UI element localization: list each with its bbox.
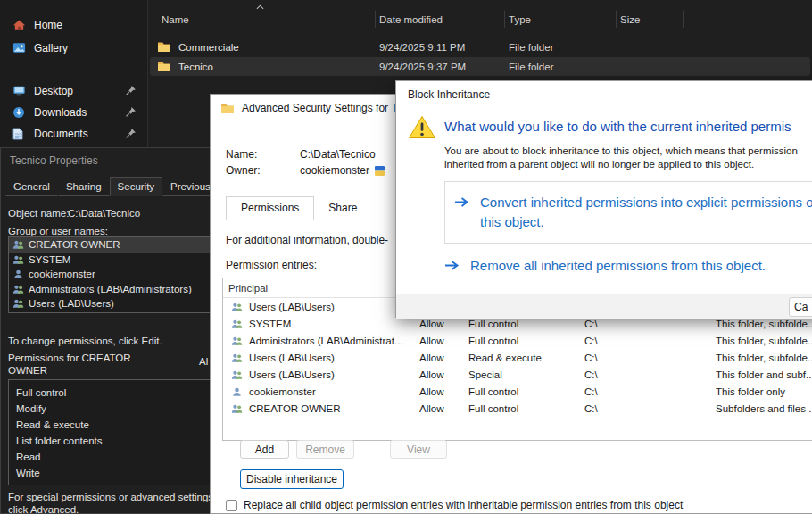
sidebar-item-downloads[interactable]: Downloads — [5, 102, 143, 123]
group-icon — [12, 254, 24, 265]
column-header-name[interactable]: Name — [162, 14, 189, 25]
tab-permissions[interactable]: Permissions — [226, 196, 314, 220]
sidebar-item-label: Downloads — [34, 106, 87, 119]
tab-general[interactable]: General — [5, 177, 58, 196]
permission-entries-label: Permission entries: — [226, 259, 317, 271]
permission-item: List folder contents — [16, 433, 230, 449]
edit-permissions-note: To change permissions, click Edit. — [8, 336, 162, 346]
entry-applies-to: This folder only — [716, 386, 812, 397]
permission-entry-row[interactable]: Users (LAB\Users) Allow Read & execute C… — [223, 349, 812, 366]
group-or-user-names-label: Group or user names: — [8, 226, 108, 236]
remove-permissions-command-link[interactable]: Remove all inherited permissions from th… — [444, 256, 766, 276]
view-button[interactable]: View — [390, 440, 447, 459]
entry-access: Allow — [419, 386, 468, 397]
permission-entry-row[interactable]: CREATOR OWNER Allow Full control C:\ Sub… — [223, 400, 812, 417]
entry-principal: Administrators (LAB\Administrat... — [249, 336, 403, 346]
column-divider — [504, 11, 505, 28]
sidebar-item-gallery[interactable]: Gallery — [5, 37, 143, 59]
convert-permissions-command-link[interactable]: Convert inherited permissions into expli… — [444, 181, 812, 244]
block-dialog-body: You are about to block inheritance to th… — [444, 145, 798, 171]
folder-icon — [157, 41, 171, 53]
pin-icon — [125, 106, 137, 118]
column-divider — [616, 11, 617, 28]
add-button[interactable]: Add — [240, 440, 289, 459]
sidebar-item-documents[interactable]: Documents — [5, 123, 143, 145]
remove-button[interactable]: Remove — [296, 440, 354, 459]
block-dialog-heading: What would you like to do with the curre… — [444, 119, 791, 134]
group-entry-users[interactable]: Users (LAB\Users) — [9, 296, 230, 311]
column-header-size[interactable]: Size — [620, 14, 640, 25]
entry-principal: Users (LAB\Users) — [249, 302, 335, 312]
group-icon — [231, 352, 243, 363]
group-user-listbox: CREATOR OWNER SYSTEM cookiemonster Admin… — [8, 236, 231, 313]
column-header-date-modified[interactable]: Date modified — [379, 14, 443, 25]
entry-permission: Read & execute — [468, 352, 584, 363]
command-link-label: Remove all inherited permissions from th… — [470, 256, 766, 276]
owner-value: cookiemonster — [300, 164, 385, 177]
file-row-commerciale[interactable]: Commerciale 9/24/2025 9:11 PM File folde… — [150, 37, 810, 56]
entry-applies-to: This folder, subfolde... — [716, 319, 812, 329]
permission-item: Read & execute — [16, 417, 230, 433]
column-divider — [683, 11, 684, 28]
group-icon — [12, 239, 24, 250]
tab-security[interactable]: Security — [110, 177, 163, 196]
replace-checkbox[interactable] — [226, 500, 237, 511]
group-icon — [231, 403, 243, 414]
group-entry-label: Administrators (LAB\Administrators) — [29, 284, 192, 294]
entry-principal: SYSTEM — [249, 319, 291, 329]
user-icon — [231, 386, 243, 397]
file-type: File folder — [509, 42, 620, 53]
entry-principal: Users (LAB\Users) — [249, 352, 335, 363]
pin-icon — [125, 85, 137, 96]
sort-ascending-icon — [256, 4, 264, 10]
user-icon — [12, 269, 24, 279]
entry-access: Allow — [419, 352, 468, 363]
screenshot-root: Home Gallery Desktop — [0, 0, 812, 514]
sidebar-separator — [9, 70, 139, 70]
dialog-footer: Ca — [396, 294, 812, 319]
desktop-icon — [12, 85, 26, 98]
group-entry-label: Users (LAB\Users) — [29, 298, 114, 309]
entry-principal: Users (LAB\Users) — [249, 369, 335, 380]
group-entry-system[interactable]: SYSTEM — [9, 253, 230, 268]
owner-badge-icon — [375, 166, 385, 176]
sidebar-item-desktop[interactable]: Desktop — [5, 80, 143, 102]
body-line: inherited from a parent object will no l… — [444, 158, 798, 171]
disable-inheritance-button[interactable]: Disable inheritance — [240, 469, 344, 489]
group-entry-administrators[interactable]: Administrators (LAB\Administrators) — [9, 282, 230, 297]
entry-principal: cookiemonster — [249, 386, 316, 397]
group-entry-label: SYSTEM — [29, 254, 70, 265]
user-entry-label: cookiemonster — [29, 269, 95, 279]
entry-access: Allow — [419, 336, 468, 346]
entry-inherited-from: C:\ — [584, 369, 716, 380]
pin-icon — [125, 128, 137, 139]
dialog-title: Block Inheritance — [408, 88, 490, 101]
replace-permissions-row: Replace all child object permission entr… — [226, 499, 683, 511]
cancel-button[interactable]: Ca — [789, 297, 812, 317]
permission-entry-row[interactable]: Users (LAB\Users) Allow Special C:\ This… — [223, 366, 812, 383]
arrow-right-icon — [444, 260, 460, 271]
additional-info-text: For additional information, double- — [226, 234, 388, 246]
column-header-type[interactable]: Type — [509, 14, 531, 25]
properties-tabs: General Sharing Security Previous Versio… — [5, 177, 234, 196]
entry-inherited-from: C:\ — [584, 352, 716, 363]
entry-access: Allow — [419, 403, 468, 414]
file-row-tecnico[interactable]: Tecnico 9/24/2025 9:37 PM File folder — [150, 57, 810, 76]
dialog-title: Advanced Security Settings for Te — [242, 102, 402, 114]
tab-sharing[interactable]: Sharing — [58, 177, 110, 196]
tab-share[interactable]: Share — [314, 197, 371, 220]
entry-applies-to: This folder, subfolde... — [716, 336, 812, 346]
gallery-icon — [12, 42, 26, 55]
group-icon — [231, 369, 243, 380]
sidebar-item-label: Desktop — [34, 85, 73, 97]
allow-column-header: Al — [199, 356, 208, 367]
permission-item: Write — [16, 465, 230, 481]
user-entry-cookiemonster[interactable]: cookiemonster — [9, 267, 230, 282]
sidebar-item-home[interactable]: Home — [5, 14, 143, 36]
permission-entry-row[interactable]: Administrators (LAB\Administrat... Allow… — [223, 332, 812, 349]
permission-entry-row[interactable]: cookiemonster Allow Full control C:\ Thi… — [223, 383, 812, 400]
entry-applies-to: This folder, subfolde... — [716, 352, 812, 363]
group-entry-creator-owner[interactable]: CREATOR OWNER — [9, 237, 230, 253]
entry-applies-to: This folder and subf... — [716, 369, 812, 380]
replace-checkbox-label: Replace all child object permission entr… — [244, 499, 683, 511]
